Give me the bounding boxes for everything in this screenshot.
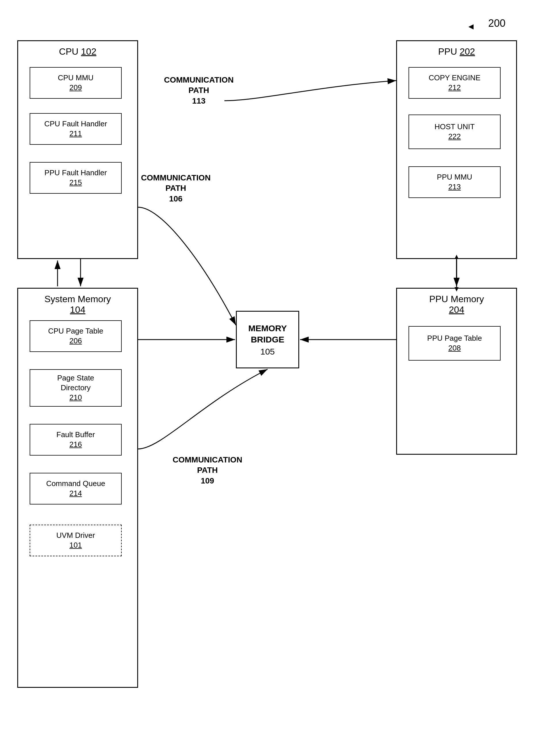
uvm-driver-label: UVM Driver101 bbox=[57, 531, 95, 550]
ref-number: 200 bbox=[488, 17, 505, 29]
system-memory-outer-box: System Memory104 CPU Page Table206 Page … bbox=[17, 288, 138, 688]
comm-path-106-label: COMMUNICATIONPATH106 bbox=[141, 173, 210, 204]
host-unit-box: HOST UNIT222 bbox=[409, 114, 500, 149]
cpu-title: CPU 102 bbox=[18, 46, 137, 57]
ppu-mmu-ref: 213 bbox=[448, 183, 461, 191]
fault-buffer-label: Fault Buffer216 bbox=[57, 430, 95, 450]
uvm-driver-box: UVM Driver101 bbox=[30, 525, 122, 556]
page-state-directory-ref: 210 bbox=[69, 393, 82, 402]
memory-bridge-box: MEMORYBRIDGE 105 bbox=[236, 311, 299, 369]
host-unit-label: HOST UNIT222 bbox=[434, 122, 475, 142]
uvm-driver-ref: 101 bbox=[69, 541, 82, 549]
cpu-page-table-box: CPU Page Table206 bbox=[30, 320, 122, 352]
sys-memory-ref: 104 bbox=[70, 304, 85, 315]
cpu-fault-handler-label: CPU Fault Handler211 bbox=[44, 119, 107, 139]
copy-engine-box: COPY ENGINE212 bbox=[409, 67, 500, 99]
ppu-page-table-box: PPU Page Table208 bbox=[409, 326, 500, 361]
comm-path-113-label: COMMUNICATIONPATH113 bbox=[164, 75, 234, 106]
cpu-fault-handler-box: CPU Fault Handler211 bbox=[30, 113, 122, 145]
cpu-outer-box: CPU 102 CPU MMU209 CPU Fault Handler211 … bbox=[17, 40, 138, 259]
fault-buffer-ref: 216 bbox=[69, 440, 82, 449]
copy-engine-label: COPY ENGINE212 bbox=[429, 73, 480, 93]
cpu-ref: 102 bbox=[81, 46, 96, 57]
ppu-fault-handler-ref: 215 bbox=[69, 178, 82, 187]
ppu-memory-ref: 204 bbox=[449, 304, 464, 315]
command-queue-label: Command Queue214 bbox=[46, 479, 105, 499]
ppu-fault-handler-label: PPU Fault Handler215 bbox=[45, 168, 107, 188]
cpu-mmu-label: CPU MMU209 bbox=[58, 73, 93, 93]
command-queue-box: Command Queue214 bbox=[30, 473, 122, 505]
cpu-mmu-box: CPU MMU209 bbox=[30, 67, 122, 99]
ppu-ref: 202 bbox=[460, 46, 475, 57]
fault-buffer-box: Fault Buffer216 bbox=[30, 424, 122, 456]
command-queue-ref: 214 bbox=[69, 489, 82, 498]
comm-path-109-label: COMMUNICATIONPATH109 bbox=[173, 455, 242, 486]
cpu-page-table-label: CPU Page Table206 bbox=[48, 326, 103, 346]
cpu-fault-handler-ref: 211 bbox=[69, 129, 82, 138]
ppu-mmu-label: PPU MMU213 bbox=[437, 172, 472, 192]
ppu-memory-title: PPU Memory204 bbox=[397, 294, 516, 315]
copy-engine-ref: 212 bbox=[448, 83, 461, 92]
ref-arrow: ◄ bbox=[467, 22, 475, 31]
ppu-page-table-label: PPU Page Table208 bbox=[427, 334, 482, 353]
sys-memory-title: System Memory104 bbox=[18, 294, 137, 315]
cpu-page-table-ref: 206 bbox=[69, 336, 82, 345]
ppu-memory-outer-box: PPU Memory204 PPU Page Table208 bbox=[396, 288, 517, 455]
ppu-mmu-box: PPU MMU213 bbox=[409, 166, 500, 198]
diagram: ◄ 200 CPU 102 CPU MMU209 CPU Fault Handl… bbox=[0, 0, 540, 756]
ppu-fault-handler-box: PPU Fault Handler215 bbox=[30, 162, 122, 194]
ppu-outer-box: PPU 202 COPY ENGINE212 HOST UNIT222 PPU … bbox=[396, 40, 517, 259]
memory-bridge-ref: 105 bbox=[260, 347, 275, 356]
ppu-page-table-ref: 208 bbox=[448, 344, 461, 352]
memory-bridge-label: MEMORYBRIDGE bbox=[248, 323, 287, 345]
host-unit-ref: 222 bbox=[448, 132, 461, 141]
ppu-title: PPU 202 bbox=[397, 46, 516, 57]
page-state-directory-label: Page StateDirectory210 bbox=[57, 373, 94, 402]
page-state-directory-box: Page StateDirectory210 bbox=[30, 369, 122, 407]
cpu-mmu-ref: 209 bbox=[69, 83, 82, 92]
